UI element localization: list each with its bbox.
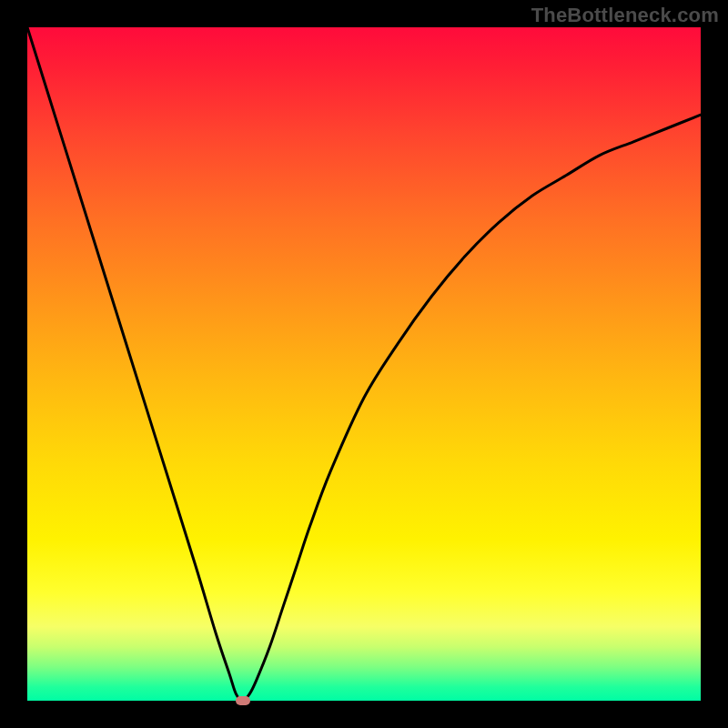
watermark-text: TheBottleneck.com xyxy=(531,4,719,27)
minimum-dot xyxy=(236,696,250,705)
plot-area xyxy=(27,27,701,701)
bottleneck-curve xyxy=(27,27,701,701)
chart-frame: TheBottleneck.com xyxy=(0,0,728,728)
curve-svg xyxy=(27,27,701,701)
